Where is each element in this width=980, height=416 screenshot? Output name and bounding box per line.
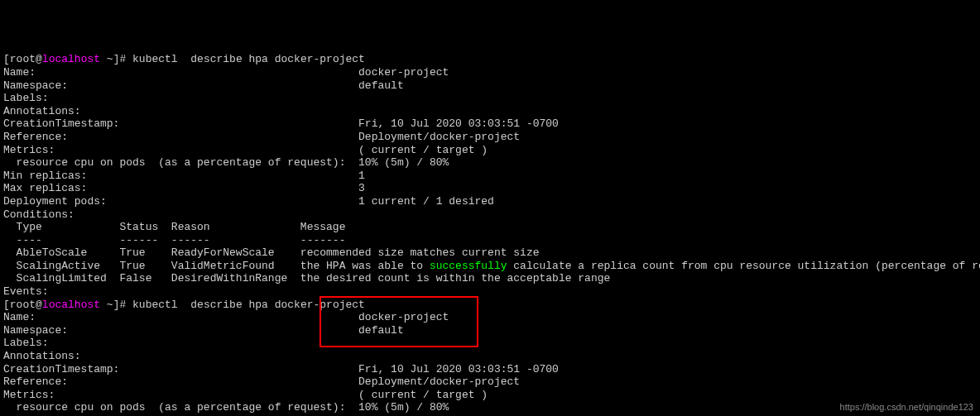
prompt-line[interactable]: [root@localhost ~]# kubectl describe hpa…: [3, 299, 977, 312]
kv-line: Annotations:: [3, 350, 977, 363]
cond-header: Type Status Reason Message: [3, 221, 977, 234]
prompt-line[interactable]: [root@localhost ~]# kubectl describe hpa…: [3, 53, 977, 66]
events-line: Events:: [3, 285, 977, 299]
kv-line: Reference: Deployment/docker-project: [3, 375, 977, 389]
kv-line: Name: docker-project: [3, 311, 977, 324]
kv-line: resource cpu on pods (as a percentage of…: [3, 156, 977, 170]
kv-line: Metrics: ( current / target ): [3, 144, 977, 157]
kv-line: Deployment pods: 1 current / 1 desired: [3, 195, 977, 208]
watermark: https://blog.csdn.net/qinqinde123: [840, 402, 973, 413]
kv-line: Min replicas: 1: [3, 170, 977, 183]
cond-row: ScalingActive True ValidMetricFound the …: [3, 260, 977, 273]
kv-line: Namespace: default: [3, 324, 977, 337]
kv-line: Labels:: [3, 337, 977, 350]
kv-line: Annotations:: [3, 105, 977, 118]
kv-line: Metrics: ( current / target ): [3, 389, 977, 402]
kv-line: Labels:: [3, 92, 977, 105]
kv-line: Reference: Deployment/docker-project: [3, 131, 977, 144]
kv-line: Name: docker-project: [3, 66, 977, 79]
kv-line: Max replicas: 3: [3, 182, 977, 195]
kv-line: Namespace: default: [3, 79, 977, 93]
cond-dash: ---- ------ ------ -------: [3, 234, 977, 247]
cond-row: ScalingLimited False DesiredWithinRange …: [3, 272, 977, 285]
kv-line: resource cpu on pods (as a percentage of…: [3, 401, 977, 414]
conditions-label: Conditions:: [3, 208, 977, 222]
cond-row: AbleToScale True ReadyForNewScale recomm…: [3, 246, 977, 260]
kv-line: CreationTimestamp: Fri, 10 Jul 2020 03:0…: [3, 117, 977, 131]
kv-line: CreationTimestamp: Fri, 10 Jul 2020 03:0…: [3, 363, 977, 376]
